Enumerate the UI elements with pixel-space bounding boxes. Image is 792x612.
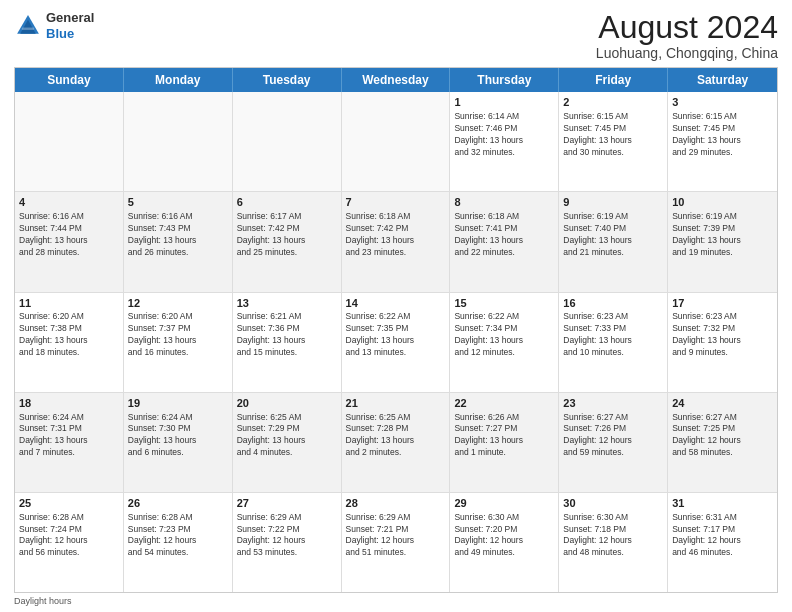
day-info-13: Sunrise: 6:21 AM Sunset: 7:36 PM Dayligh… <box>237 311 337 359</box>
day-info-10: Sunrise: 6:19 AM Sunset: 7:39 PM Dayligh… <box>672 211 773 259</box>
day-number-29: 29 <box>454 496 554 511</box>
day-number-1: 1 <box>454 95 554 110</box>
day-cell-15: 15Sunrise: 6:22 AM Sunset: 7:34 PM Dayli… <box>450 293 559 392</box>
day-cell-12: 12Sunrise: 6:20 AM Sunset: 7:37 PM Dayli… <box>124 293 233 392</box>
day-number-6: 6 <box>237 195 337 210</box>
day-info-26: Sunrise: 6:28 AM Sunset: 7:23 PM Dayligh… <box>128 512 228 560</box>
day-cell-27: 27Sunrise: 6:29 AM Sunset: 7:22 PM Dayli… <box>233 493 342 592</box>
day-cell-13: 13Sunrise: 6:21 AM Sunset: 7:36 PM Dayli… <box>233 293 342 392</box>
day-cell-3: 3Sunrise: 6:15 AM Sunset: 7:45 PM Daylig… <box>668 92 777 191</box>
empty-cell-0-1 <box>124 92 233 191</box>
day-cell-1: 1Sunrise: 6:14 AM Sunset: 7:46 PM Daylig… <box>450 92 559 191</box>
calendar-header: Sunday Monday Tuesday Wednesday Thursday… <box>15 68 777 92</box>
day-info-3: Sunrise: 6:15 AM Sunset: 7:45 PM Dayligh… <box>672 111 773 159</box>
day-info-16: Sunrise: 6:23 AM Sunset: 7:33 PM Dayligh… <box>563 311 663 359</box>
day-info-28: Sunrise: 6:29 AM Sunset: 7:21 PM Dayligh… <box>346 512 446 560</box>
day-info-23: Sunrise: 6:27 AM Sunset: 7:26 PM Dayligh… <box>563 412 663 460</box>
day-cell-9: 9Sunrise: 6:19 AM Sunset: 7:40 PM Daylig… <box>559 192 668 291</box>
day-number-20: 20 <box>237 396 337 411</box>
calendar-row-5: 25Sunrise: 6:28 AM Sunset: 7:24 PM Dayli… <box>15 492 777 592</box>
day-info-29: Sunrise: 6:30 AM Sunset: 7:20 PM Dayligh… <box>454 512 554 560</box>
day-number-31: 31 <box>672 496 773 511</box>
day-info-2: Sunrise: 6:15 AM Sunset: 7:45 PM Dayligh… <box>563 111 663 159</box>
day-info-9: Sunrise: 6:19 AM Sunset: 7:40 PM Dayligh… <box>563 211 663 259</box>
day-info-6: Sunrise: 6:17 AM Sunset: 7:42 PM Dayligh… <box>237 211 337 259</box>
calendar-row-3: 11Sunrise: 6:20 AM Sunset: 7:38 PM Dayli… <box>15 292 777 392</box>
day-number-26: 26 <box>128 496 228 511</box>
day-number-22: 22 <box>454 396 554 411</box>
day-info-31: Sunrise: 6:31 AM Sunset: 7:17 PM Dayligh… <box>672 512 773 560</box>
logo-text: General Blue <box>46 10 94 41</box>
header-thursday: Thursday <box>450 68 559 92</box>
day-number-5: 5 <box>128 195 228 210</box>
header-sunday: Sunday <box>15 68 124 92</box>
footer-note: Daylight hours <box>14 596 778 606</box>
header-wednesday: Wednesday <box>342 68 451 92</box>
day-number-11: 11 <box>19 296 119 311</box>
day-info-15: Sunrise: 6:22 AM Sunset: 7:34 PM Dayligh… <box>454 311 554 359</box>
day-number-30: 30 <box>563 496 663 511</box>
day-cell-24: 24Sunrise: 6:27 AM Sunset: 7:25 PM Dayli… <box>668 393 777 492</box>
day-cell-21: 21Sunrise: 6:25 AM Sunset: 7:28 PM Dayli… <box>342 393 451 492</box>
day-number-23: 23 <box>563 396 663 411</box>
page: General Blue August 2024 Luohuang, Chong… <box>0 0 792 612</box>
header-saturday: Saturday <box>668 68 777 92</box>
day-number-25: 25 <box>19 496 119 511</box>
header-tuesday: Tuesday <box>233 68 342 92</box>
empty-cell-0-0 <box>15 92 124 191</box>
logo: General Blue <box>14 10 94 41</box>
day-cell-7: 7Sunrise: 6:18 AM Sunset: 7:42 PM Daylig… <box>342 192 451 291</box>
calendar-body: 1Sunrise: 6:14 AM Sunset: 7:46 PM Daylig… <box>15 92 777 592</box>
day-info-17: Sunrise: 6:23 AM Sunset: 7:32 PM Dayligh… <box>672 311 773 359</box>
day-info-5: Sunrise: 6:16 AM Sunset: 7:43 PM Dayligh… <box>128 211 228 259</box>
logo-icon <box>14 12 42 40</box>
day-info-22: Sunrise: 6:26 AM Sunset: 7:27 PM Dayligh… <box>454 412 554 460</box>
day-number-8: 8 <box>454 195 554 210</box>
day-number-17: 17 <box>672 296 773 311</box>
day-info-14: Sunrise: 6:22 AM Sunset: 7:35 PM Dayligh… <box>346 311 446 359</box>
day-info-30: Sunrise: 6:30 AM Sunset: 7:18 PM Dayligh… <box>563 512 663 560</box>
day-info-25: Sunrise: 6:28 AM Sunset: 7:24 PM Dayligh… <box>19 512 119 560</box>
day-cell-8: 8Sunrise: 6:18 AM Sunset: 7:41 PM Daylig… <box>450 192 559 291</box>
day-info-19: Sunrise: 6:24 AM Sunset: 7:30 PM Dayligh… <box>128 412 228 460</box>
day-info-20: Sunrise: 6:25 AM Sunset: 7:29 PM Dayligh… <box>237 412 337 460</box>
day-number-15: 15 <box>454 296 554 311</box>
location-subtitle: Luohuang, Chongqing, China <box>596 45 778 61</box>
day-info-4: Sunrise: 6:16 AM Sunset: 7:44 PM Dayligh… <box>19 211 119 259</box>
day-number-21: 21 <box>346 396 446 411</box>
calendar-row-1: 1Sunrise: 6:14 AM Sunset: 7:46 PM Daylig… <box>15 92 777 191</box>
day-cell-20: 20Sunrise: 6:25 AM Sunset: 7:29 PM Dayli… <box>233 393 342 492</box>
day-cell-16: 16Sunrise: 6:23 AM Sunset: 7:33 PM Dayli… <box>559 293 668 392</box>
day-info-7: Sunrise: 6:18 AM Sunset: 7:42 PM Dayligh… <box>346 211 446 259</box>
day-number-24: 24 <box>672 396 773 411</box>
day-number-3: 3 <box>672 95 773 110</box>
header-friday: Friday <box>559 68 668 92</box>
day-info-24: Sunrise: 6:27 AM Sunset: 7:25 PM Dayligh… <box>672 412 773 460</box>
day-number-7: 7 <box>346 195 446 210</box>
day-cell-29: 29Sunrise: 6:30 AM Sunset: 7:20 PM Dayli… <box>450 493 559 592</box>
day-cell-5: 5Sunrise: 6:16 AM Sunset: 7:43 PM Daylig… <box>124 192 233 291</box>
day-cell-10: 10Sunrise: 6:19 AM Sunset: 7:39 PM Dayli… <box>668 192 777 291</box>
day-number-9: 9 <box>563 195 663 210</box>
day-number-19: 19 <box>128 396 228 411</box>
header-monday: Monday <box>124 68 233 92</box>
day-cell-23: 23Sunrise: 6:27 AM Sunset: 7:26 PM Dayli… <box>559 393 668 492</box>
day-cell-18: 18Sunrise: 6:24 AM Sunset: 7:31 PM Dayli… <box>15 393 124 492</box>
day-number-2: 2 <box>563 95 663 110</box>
day-number-14: 14 <box>346 296 446 311</box>
day-info-27: Sunrise: 6:29 AM Sunset: 7:22 PM Dayligh… <box>237 512 337 560</box>
calendar-row-4: 18Sunrise: 6:24 AM Sunset: 7:31 PM Dayli… <box>15 392 777 492</box>
logo-blue: Blue <box>46 26 74 41</box>
calendar-row-2: 4Sunrise: 6:16 AM Sunset: 7:44 PM Daylig… <box>15 191 777 291</box>
day-cell-14: 14Sunrise: 6:22 AM Sunset: 7:35 PM Dayli… <box>342 293 451 392</box>
day-cell-22: 22Sunrise: 6:26 AM Sunset: 7:27 PM Dayli… <box>450 393 559 492</box>
header: General Blue August 2024 Luohuang, Chong… <box>14 10 778 61</box>
svg-rect-2 <box>22 27 34 29</box>
day-cell-26: 26Sunrise: 6:28 AM Sunset: 7:23 PM Dayli… <box>124 493 233 592</box>
day-cell-30: 30Sunrise: 6:30 AM Sunset: 7:18 PM Dayli… <box>559 493 668 592</box>
logo-general: General <box>46 10 94 25</box>
day-cell-4: 4Sunrise: 6:16 AM Sunset: 7:44 PM Daylig… <box>15 192 124 291</box>
day-cell-25: 25Sunrise: 6:28 AM Sunset: 7:24 PM Dayli… <box>15 493 124 592</box>
month-year-title: August 2024 <box>596 10 778 45</box>
day-number-10: 10 <box>672 195 773 210</box>
